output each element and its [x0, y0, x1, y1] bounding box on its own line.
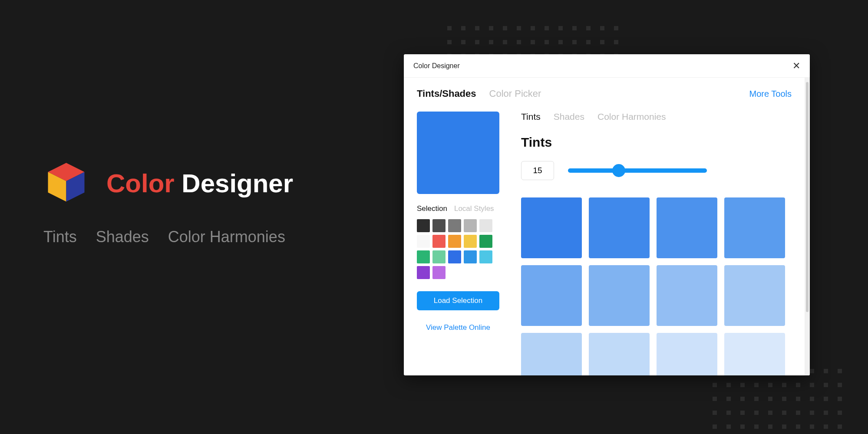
window-title: Color Designer [413, 62, 460, 70]
more-tools-link[interactable]: More Tools [749, 89, 792, 99]
tint-result-grid [521, 197, 792, 375]
tint-count-input[interactable] [521, 161, 554, 180]
selection-swatch[interactable] [464, 250, 477, 263]
tab-color-picker[interactable]: Color Picker [489, 88, 541, 99]
selected-color-swatch[interactable] [417, 112, 499, 194]
top-tab-row: Tints/Shades Color Picker More Tools [417, 88, 792, 99]
side-tab-row: Selection Local Styles [417, 204, 504, 213]
plugin-window: Color Designer ✕ Tints/Shades Color Pick… [404, 54, 810, 375]
mode-tab-shades[interactable]: Shades [554, 112, 584, 122]
side-tab-selection[interactable]: Selection [417, 204, 447, 213]
main-panel: Tints Shades Color Harmonies Tints [521, 112, 792, 375]
selection-swatch[interactable] [417, 235, 430, 248]
tint-swatch[interactable] [589, 333, 650, 375]
tint-swatch[interactable] [521, 265, 582, 326]
hero-subtitle-row: Tints Shades Color Harmonies [43, 228, 293, 246]
selection-swatch[interactable] [432, 219, 446, 232]
tint-swatch[interactable] [657, 265, 717, 326]
tint-swatch[interactable] [521, 197, 582, 258]
tint-swatch[interactable] [521, 333, 582, 375]
hero-title: Color Designer [106, 168, 293, 198]
selection-swatch[interactable] [479, 250, 492, 263]
selection-swatch[interactable] [432, 266, 446, 279]
hero-sub-harmonies: Color Harmonies [168, 228, 285, 246]
hero-sub-shades: Shades [96, 228, 149, 246]
logo-cube-icon [43, 161, 89, 206]
tint-swatch[interactable] [724, 265, 785, 326]
side-tab-local-styles[interactable]: Local Styles [454, 204, 494, 213]
selection-swatch[interactable] [479, 235, 492, 248]
selection-swatch[interactable] [417, 219, 430, 232]
hero-sub-tints: Tints [43, 228, 77, 246]
hero-title-accent: Color [106, 169, 175, 198]
tab-tints-shades[interactable]: Tints/Shades [417, 88, 476, 99]
tint-swatch[interactable] [657, 197, 717, 258]
selection-swatch-grid [417, 219, 504, 279]
close-icon[interactable]: ✕ [792, 61, 800, 71]
view-palette-link[interactable]: View Palette Online [417, 323, 499, 332]
selection-swatch[interactable] [432, 235, 446, 248]
selection-swatch[interactable] [464, 219, 477, 232]
tint-swatch[interactable] [724, 333, 785, 375]
tint-swatch[interactable] [589, 265, 650, 326]
tint-swatch[interactable] [657, 333, 717, 375]
selection-swatch[interactable] [464, 235, 477, 248]
hero-title-rest: Designer [175, 169, 293, 198]
tint-swatch[interactable] [589, 197, 650, 258]
selection-swatch[interactable] [417, 250, 430, 263]
selection-swatch[interactable] [448, 219, 461, 232]
selection-swatch[interactable] [448, 250, 461, 263]
left-panel: Selection Local Styles Load Selection Vi… [417, 112, 504, 375]
slider-thumb-icon[interactable] [612, 164, 625, 177]
tint-count-slider[interactable] [568, 168, 707, 173]
selection-swatch[interactable] [432, 250, 446, 263]
section-title: Tints [521, 135, 792, 150]
mode-tab-row: Tints Shades Color Harmonies [521, 112, 792, 122]
window-titlebar: Color Designer ✕ [404, 54, 810, 78]
mode-tab-tints[interactable]: Tints [521, 112, 541, 122]
selection-swatch[interactable] [479, 219, 492, 232]
mode-tab-harmonies[interactable]: Color Harmonies [597, 112, 666, 122]
hero-section: Color Designer Tints Shades Color Harmon… [43, 161, 293, 246]
scrollbar-thumb[interactable] [806, 82, 809, 312]
selection-swatch[interactable] [417, 266, 430, 279]
decorative-dot-grid-bottom [713, 369, 842, 434]
load-selection-button[interactable]: Load Selection [417, 291, 499, 310]
count-slider-row [521, 161, 792, 180]
scrollbar[interactable] [805, 78, 810, 375]
selection-swatch[interactable] [448, 235, 461, 248]
tint-swatch[interactable] [724, 197, 785, 258]
